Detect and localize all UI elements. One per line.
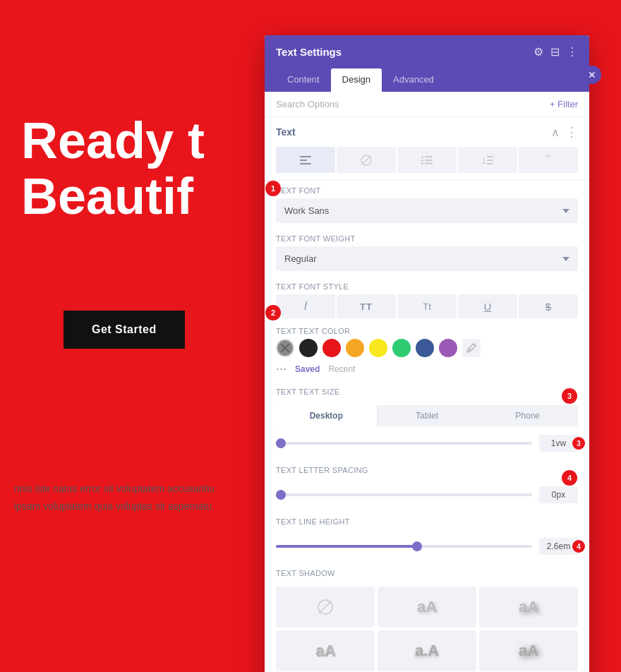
font-field: Text Font Work Sans xyxy=(265,181,589,229)
hero-line2: Beautif xyxy=(21,169,205,224)
shadow-style-2[interactable]: aA xyxy=(479,587,578,628)
font-select[interactable]: Work Sans xyxy=(276,198,578,223)
font-weight-label: Text Font Weight xyxy=(276,234,578,243)
font-label: Text Font xyxy=(276,186,578,195)
section-more-icon[interactable]: ⋮ xyxy=(565,124,578,140)
text-settings-panel: Text Settings ⚙ ⊟ ⋮ Content Design Advan… xyxy=(265,35,589,672)
text-size-slider-row: 1vw 3 xyxy=(265,432,589,460)
text-size-value: 1vw 3 xyxy=(539,435,578,452)
hero-text: Ready t Beautif xyxy=(21,113,205,224)
eyedropper-icon[interactable] xyxy=(462,339,481,357)
section-title: Text xyxy=(276,126,296,138)
line-height-label: Text Line Height xyxy=(276,517,578,526)
badge-4: 4 xyxy=(562,470,577,486)
font-style-label: Text Font Style xyxy=(276,282,578,291)
letter-spacing-field: Text Letter Spacing xyxy=(265,460,589,484)
saved-tab[interactable]: Saved xyxy=(295,364,320,374)
tab-advanced[interactable]: Advanced xyxy=(382,68,445,92)
strikethrough-btn[interactable]: $ xyxy=(519,294,578,318)
svg-rect-6 xyxy=(425,156,433,157)
shadow-style-3[interactable]: aA xyxy=(276,630,375,671)
svg-point-5 xyxy=(421,156,423,158)
recent-tab[interactable]: Recent xyxy=(328,364,355,374)
badge-2: 2 xyxy=(265,305,281,320)
close-panel-button[interactable]: ✕ xyxy=(583,66,601,84)
columns-icon[interactable]: ⊟ xyxy=(550,45,560,59)
line-height-slider-row: 2.6em 4 xyxy=(265,535,589,563)
svg-rect-14 xyxy=(487,163,493,164)
svg-rect-13 xyxy=(487,160,493,161)
tab-content[interactable]: Content xyxy=(276,68,331,92)
panel-header: Text Settings ⚙ ⊟ ⋮ xyxy=(265,35,589,68)
panel-header-icons: ⚙ ⊟ ⋮ xyxy=(533,45,578,59)
search-bar: Search Options + Filter xyxy=(265,92,589,117)
svg-line-4 xyxy=(362,156,370,164)
letter-spacing-label: Text Letter Spacing xyxy=(276,466,578,474)
alignment-row: 1. " xyxy=(265,144,589,180)
uppercase-btn[interactable]: TT xyxy=(337,294,396,318)
color-dots xyxy=(276,339,578,357)
text-color-section: Text Text Color ··· Saved Rece xyxy=(265,324,589,382)
collapse-icon[interactable]: ∧ xyxy=(551,126,560,139)
align-quote-btn[interactable]: " xyxy=(519,147,578,173)
capitalize-btn[interactable]: Tt xyxy=(397,294,457,318)
shadow-none[interactable] xyxy=(276,587,375,628)
phone-tab[interactable]: Phone xyxy=(477,405,578,426)
current-color-swatch[interactable] xyxy=(276,339,294,357)
align-none-btn[interactable] xyxy=(337,147,396,173)
desktop-tab[interactable]: Desktop xyxy=(276,405,377,426)
svg-rect-8 xyxy=(425,160,433,161)
svg-point-7 xyxy=(421,159,423,161)
text-color-label: Text Text Color xyxy=(276,327,578,335)
letter-spacing-slider[interactable] xyxy=(276,493,532,496)
tab-design[interactable]: Design xyxy=(331,68,382,92)
cta-button[interactable]: Get Started xyxy=(64,311,185,349)
text-size-field: Text Text Size xyxy=(265,382,589,405)
tablet-tab[interactable]: Tablet xyxy=(377,405,478,426)
text-size-badge: 3 xyxy=(572,437,585,450)
svg-point-9 xyxy=(421,162,423,164)
color-green[interactable] xyxy=(392,339,411,357)
shadow-grid: aA aA aA a.A aA xyxy=(265,587,589,672)
italic-btn[interactable]: I xyxy=(276,294,335,318)
line-height-badge: 4 xyxy=(572,540,585,553)
color-blue[interactable] xyxy=(416,339,434,357)
color-yellow[interactable] xyxy=(369,339,387,357)
text-size-label: Text Text Size xyxy=(276,388,578,396)
letter-spacing-slider-row: 0px xyxy=(265,484,589,512)
align-left-btn[interactable] xyxy=(276,147,335,173)
font-weight-select[interactable]: Regular xyxy=(276,246,578,271)
svg-rect-1 xyxy=(300,160,307,161)
align-list-btn[interactable] xyxy=(397,147,457,173)
letter-spacing-value: 0px xyxy=(539,486,578,503)
style-buttons: I TT Tt U $ xyxy=(276,294,578,318)
search-input[interactable]: Search Options xyxy=(276,99,339,109)
hero-line1: Ready t xyxy=(21,113,205,169)
color-tabs-row: ··· Saved Recent xyxy=(276,361,578,376)
badge-1: 1 xyxy=(265,181,281,196)
shadow-style-5[interactable]: aA xyxy=(479,630,578,671)
color-black[interactable] xyxy=(299,339,318,357)
filter-button[interactable]: + Filter xyxy=(550,99,578,109)
text-size-slider[interactable] xyxy=(276,442,532,445)
line-height-slider[interactable] xyxy=(276,545,532,548)
more-colors-icon[interactable]: ··· xyxy=(276,361,287,376)
shadow-style-4[interactable]: a.A xyxy=(378,630,476,671)
section-header: Text ∧ ⋮ xyxy=(265,117,589,144)
svg-rect-10 xyxy=(425,162,433,164)
font-weight-field: Text Font Weight Regular xyxy=(265,229,589,277)
more-icon[interactable]: ⋮ xyxy=(567,45,578,59)
align-numbered-btn[interactable]: 1. xyxy=(458,147,517,173)
svg-rect-12 xyxy=(487,156,493,157)
badge-3: 3 xyxy=(562,388,577,404)
svg-text:1.: 1. xyxy=(482,157,488,164)
shadow-style-1[interactable]: aA xyxy=(378,587,476,628)
shadow-field: Text Shadow xyxy=(265,563,589,587)
color-purple[interactable] xyxy=(439,339,457,357)
svg-line-18 xyxy=(319,601,332,613)
underline-btn[interactable]: U xyxy=(458,294,517,318)
color-orange[interactable] xyxy=(346,339,364,357)
settings-icon[interactable]: ⚙ xyxy=(533,45,543,59)
color-red[interactable] xyxy=(322,339,341,357)
device-tabs: Desktop Tablet Phone xyxy=(276,405,578,426)
